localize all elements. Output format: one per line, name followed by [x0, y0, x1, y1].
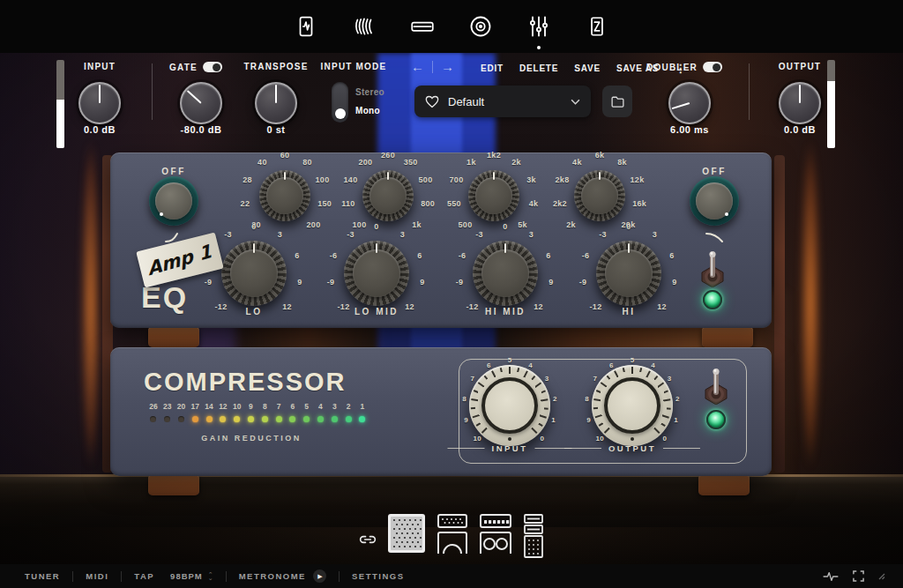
knob-scale-label: 0 [503, 222, 507, 231]
transpose-knob[interactable] [255, 82, 297, 124]
lo-mid-gain-knob[interactable]: -12-9-6-3036912 [315, 212, 438, 335]
knob-scale-label: 0 [374, 222, 378, 231]
knob-pointer [275, 85, 277, 103]
rig-combo-amp-button[interactable] [437, 513, 468, 555]
tab-speaker[interactable] [463, 9, 498, 44]
preset-browser-button[interactable] [602, 86, 632, 117]
knob-scale-label: 500 [419, 175, 433, 184]
input-knob[interactable] [78, 82, 121, 124]
knob-body [221, 241, 287, 306]
tap-tempo-button[interactable]: TAP [122, 571, 158, 581]
metronome-play-button[interactable]: ▶ [313, 569, 326, 583]
favorite-heart-icon[interactable] [425, 95, 439, 108]
gain-reduction-step-number: 12 [219, 402, 227, 411]
knob-scale-label: -6 [582, 251, 590, 260]
knob-scale-label: 6 [295, 251, 299, 260]
metronome-control[interactable]: METRONOME ▶ [227, 569, 339, 583]
gain-reduction-led [234, 416, 240, 422]
knob-scale-label: 4 [651, 361, 655, 368]
knob-scale-label: 10 [473, 434, 481, 442]
chevron-down-icon[interactable]: ⌄ [208, 577, 213, 580]
rig-cabinet-button[interactable] [387, 513, 426, 554]
knob-face [581, 177, 618, 214]
gate-knob[interactable] [180, 82, 222, 124]
tab-spring[interactable] [347, 9, 382, 44]
knob-scale-label: 150 [317, 199, 332, 208]
knob-scale-label: 0 [662, 434, 667, 442]
knob-scale-label: 80 [302, 158, 312, 167]
knob-scale-label: -12 [215, 302, 228, 311]
gain-reduction-step: 14 [202, 402, 216, 422]
gain-reduction-led [164, 416, 170, 422]
mixer-sliders-icon [526, 14, 551, 39]
transpose-value: 0 st [267, 124, 286, 135]
gain-reduction-step: 7 [272, 402, 286, 422]
bpm-value[interactable]: 98BPM [170, 571, 203, 581]
bpm-stepper[interactable]: ⌃⌄ [208, 573, 213, 580]
high-cut-knob[interactable] [690, 176, 739, 226]
speaker-icon [468, 14, 493, 39]
low-cut-knob[interactable] [149, 176, 198, 226]
input-mode-option-stereo[interactable]: Stereo [355, 87, 384, 97]
doubler-toggle[interactable] [703, 62, 722, 72]
gain-reduction-led [289, 416, 295, 422]
gain-reduction-led [150, 416, 156, 422]
gain-reduction-step: 10 [230, 402, 244, 422]
delete-button[interactable]: DELETE [519, 63, 558, 73]
transpose-label: TRANSPOSE [243, 62, 308, 71]
gate-value: -80.0 dB [181, 124, 222, 135]
bpm-control[interactable]: 98BPM ⌃⌄ [158, 571, 226, 581]
knob-scale-label: -9 [327, 278, 335, 287]
gain-reduction-led [303, 416, 310, 422]
gain-reduction-led [359, 416, 365, 422]
tab-pedal[interactable] [405, 9, 440, 44]
compressor-power-switch[interactable] [700, 364, 732, 405]
rig-head-cab-button[interactable] [479, 513, 512, 555]
eq-power-switch[interactable] [697, 247, 728, 287]
input-mode-option-mono[interactable]: Mono [355, 106, 380, 115]
lo-gain-knob[interactable]: -12-9-6-3036912 [192, 212, 316, 335]
knob-scale-label: 9 [297, 278, 302, 287]
link-button[interactable] [359, 534, 377, 545]
knob-pointer [376, 243, 378, 253]
prev-preset-button[interactable]: ← [411, 59, 424, 74]
amp-foot [702, 326, 753, 347]
gain-reduction-step-number: 17 [191, 402, 199, 411]
resize-handle-icon[interactable] [878, 573, 885, 580]
midi-button[interactable]: MIDI [73, 571, 121, 581]
toggle-knob [335, 108, 346, 119]
label-text: OUTPUT [608, 443, 656, 453]
knob-pointer [187, 90, 202, 104]
label-line [448, 448, 485, 449]
chevron-down-icon [571, 99, 580, 105]
divider [749, 63, 750, 120]
output-level-meter [827, 60, 835, 148]
rig-stack-button[interactable] [523, 513, 544, 559]
output-knob[interactable] [779, 82, 821, 124]
waveform-icon[interactable] [823, 570, 839, 583]
knob-pointer-dot [508, 437, 511, 441]
doubler-knob[interactable] [668, 82, 711, 124]
tab-effects[interactable] [521, 9, 556, 44]
folder-icon [611, 96, 624, 108]
spring-icon [352, 15, 377, 38]
knob-scale-label: 7 [471, 375, 475, 383]
input-value: 0.0 dB [84, 124, 116, 135]
tuner-button[interactable]: TUNER [12, 571, 72, 581]
settings-button[interactable]: SETTINGS [340, 571, 417, 581]
hi-mid-gain-knob[interactable]: -12-9-6-3036912 [444, 212, 567, 335]
metronome-label[interactable]: METRONOME [239, 571, 306, 581]
hi-gain-knob[interactable]: -12-9-6-3036912 [567, 212, 690, 335]
save-button[interactable]: SAVE [574, 63, 601, 73]
preset-dropdown[interactable]: Default [414, 86, 591, 117]
active-tab-indicator [537, 46, 541, 49]
input-mode-toggle[interactable] [332, 82, 348, 123]
output-value: 0.0 dB [784, 124, 816, 135]
gate-toggle[interactable] [203, 62, 222, 72]
tab-looper[interactable] [579, 9, 615, 44]
fullscreen-icon[interactable] [853, 570, 864, 582]
edit-button[interactable]: EDIT [481, 63, 504, 73]
tab-amp[interactable] [288, 9, 324, 44]
next-preset-button[interactable]: → [441, 59, 454, 74]
gain-reduction-step-number: 23 [163, 402, 171, 411]
